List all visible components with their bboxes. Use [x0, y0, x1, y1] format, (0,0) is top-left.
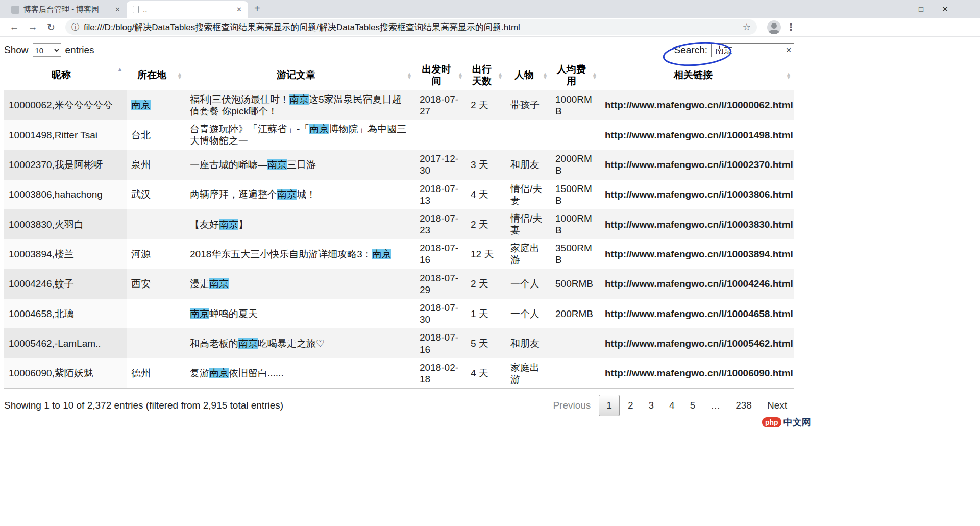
column-label: 游记文章	[277, 69, 315, 80]
nickname-cell: 10004246,蚊子	[4, 269, 127, 299]
search-control: Search: ✕	[674, 43, 794, 57]
page-length-select[interactable]: 10	[33, 43, 61, 57]
address-bar[interactable]: ⓘ file:///D:/blog/解决DataTables搜索框查询结果高亮显…	[65, 19, 757, 35]
sort-both-icon: ▲▼	[407, 72, 412, 79]
column-header-link[interactable]: 相关链接▲▼	[600, 61, 794, 90]
people-cell: 情侣/夫妻	[506, 180, 551, 209]
pagination-page-5[interactable]: 5	[683, 395, 703, 416]
link-cell[interactable]: http://www.mafengwo.cn/i/10003806.html	[600, 180, 794, 209]
refresh-icon[interactable]: ↻	[42, 21, 60, 33]
table-row: 10000062,米兮兮兮兮兮南京福利|三伏泡汤最佳时！南京这5家温泉民宿夏日超…	[4, 90, 794, 120]
page-length-control: Show 10 entries	[4, 43, 94, 57]
sort-both-icon: ▲▼	[543, 72, 548, 79]
fee-cell	[551, 328, 600, 358]
back-icon[interactable]: ←	[5, 21, 23, 33]
tab-title: 博客后台管理 - 博客园	[23, 5, 111, 14]
search-highlight: 南京	[219, 219, 238, 230]
pagination-previous[interactable]: Previous	[546, 395, 598, 416]
pagination-next[interactable]: Next	[760, 395, 794, 416]
page-info-icon[interactable]: ⓘ	[71, 22, 80, 33]
fee-cell: 1000RMB	[551, 209, 600, 239]
table-info: Showing 1 to 10 of 2,372 entries (filter…	[4, 400, 283, 411]
tab-blog-admin[interactable]: 博客后台管理 - 博客园 ✕	[5, 1, 127, 18]
new-tab-button[interactable]: +	[254, 3, 260, 14]
date-cell: 2017-12-30	[415, 150, 466, 179]
column-label: 人均费用	[557, 64, 586, 86]
article-cell: 两辆摩拜，逛遍整个南京城！	[185, 180, 415, 209]
browser-menu-icon[interactable]: ⋮	[786, 21, 796, 33]
date-cell: 2018-07-27	[415, 90, 466, 120]
date-cell: 2018-07-29	[415, 269, 466, 299]
maximize-button[interactable]: □	[909, 5, 933, 13]
clear-search-icon[interactable]: ✕	[786, 46, 792, 54]
link-cell[interactable]: http://www.mafengwo.cn/i/10003830.html	[600, 209, 794, 239]
pagination-page-238[interactable]: 238	[728, 395, 759, 416]
link-cell[interactable]: http://www.mafengwo.cn/i/10000062.html	[600, 90, 794, 120]
tab-close-icon[interactable]: ✕	[115, 6, 120, 13]
link-cell[interactable]: http://www.mafengwo.cn/i/10006090.html	[600, 358, 794, 389]
entries-label: entries	[65, 44, 94, 56]
search-highlight: 南京	[131, 100, 151, 110]
column-header-cost[interactable]: 人均费用▲▼	[551, 61, 600, 90]
link-cell[interactable]: http://www.mafengwo.cn/i/10001498.html	[600, 120, 794, 150]
article-cell: 南京蝉鸣的夏天	[185, 299, 415, 328]
column-label: 出行天数	[472, 64, 492, 86]
fee-cell	[551, 358, 600, 389]
minimize-button[interactable]: –	[885, 5, 909, 13]
search-input[interactable]	[711, 43, 794, 57]
people-cell: 情侣/夫妻	[506, 209, 551, 239]
pagination-page-3[interactable]: 3	[641, 395, 661, 416]
php-cn-logo: php 中文网	[762, 416, 811, 428]
pagination-page-2[interactable]: 2	[621, 395, 641, 416]
table-row: 10003806,hahachong武汉两辆摩拜，逛遍整个南京城！2018-07…	[4, 180, 794, 209]
people-cell	[506, 120, 551, 150]
forward-icon[interactable]: →	[23, 21, 42, 33]
table-header-row: 昵称▲所在地▲▼游记文章▲▼出发时间▲▼出行天数▲▼人物▲▼人均费用▲▼相关链接…	[4, 61, 794, 90]
tab-close-icon[interactable]: ✕	[236, 6, 242, 13]
link-cell[interactable]: http://www.mafengwo.cn/i/10002370.html	[600, 150, 794, 179]
location-cell	[127, 299, 185, 328]
data-table: 昵称▲所在地▲▼游记文章▲▼出发时间▲▼出行天数▲▼人物▲▼人均费用▲▼相关链接…	[4, 61, 794, 389]
date-cell: 2018-07-16	[415, 239, 466, 269]
column-label: 相关链接	[674, 69, 713, 80]
pagination-page-4[interactable]: 4	[662, 395, 682, 416]
fee-cell: 500RMB	[551, 269, 600, 299]
tab-current[interactable]: .. ✕	[127, 1, 248, 18]
sort-both-icon: ▲▼	[786, 72, 791, 79]
tab-bar: 博客后台管理 - 博客园 ✕ .. ✕ + – □ ✕	[0, 0, 980, 18]
link-cell[interactable]: http://www.mafengwo.cn/i/10004658.html	[600, 299, 794, 328]
table-row: 10004658,北璃南京蝉鸣的夏天2018-07-301 天一个人200RMB…	[4, 299, 794, 328]
pagination: Previous12345…238Next	[545, 395, 794, 416]
fee-cell	[551, 120, 600, 150]
sort-asc-icon: ▲	[117, 66, 123, 73]
search-highlight: 南京	[190, 308, 209, 319]
column-header-article[interactable]: 游记文章▲▼	[185, 61, 415, 90]
people-cell: 家庭出游	[506, 358, 551, 389]
search-highlight: 南京	[309, 124, 329, 134]
search-highlight: 南京	[238, 338, 258, 349]
column-header-nickname[interactable]: 昵称▲	[4, 61, 127, 90]
pagination-page-1[interactable]: 1	[599, 395, 620, 416]
column-header-people[interactable]: 人物▲▼	[506, 61, 551, 90]
location-cell	[127, 328, 185, 358]
location-cell: 南京	[127, 90, 185, 120]
search-highlight: 南京	[277, 189, 297, 200]
location-cell: 西安	[127, 269, 185, 299]
fee-cell: 2000RMB	[551, 150, 600, 179]
days-cell: 1 天	[466, 299, 506, 328]
column-header-depart-date[interactable]: 出发时间▲▼	[415, 61, 466, 90]
bookmark-star-icon[interactable]: ☆	[743, 21, 751, 33]
link-cell[interactable]: http://www.mafengwo.cn/i/10005462.html	[600, 328, 794, 358]
close-button[interactable]: ✕	[933, 5, 957, 14]
column-label: 昵称	[52, 69, 71, 80]
link-cell[interactable]: http://www.mafengwo.cn/i/10004246.html	[600, 269, 794, 299]
nickname-cell: 10003894,楼兰	[4, 239, 127, 269]
people-cell: 家庭出游	[506, 239, 551, 269]
column-header-location[interactable]: 所在地▲▼	[127, 61, 185, 90]
nickname-cell: 10003806,hahachong	[4, 180, 127, 209]
search-highlight: 南京	[267, 159, 287, 170]
link-cell[interactable]: http://www.mafengwo.cn/i/10003894.html	[600, 239, 794, 269]
column-label: 所在地	[137, 69, 166, 80]
column-header-days[interactable]: 出行天数▲▼	[466, 61, 506, 90]
profile-avatar[interactable]	[767, 20, 781, 34]
